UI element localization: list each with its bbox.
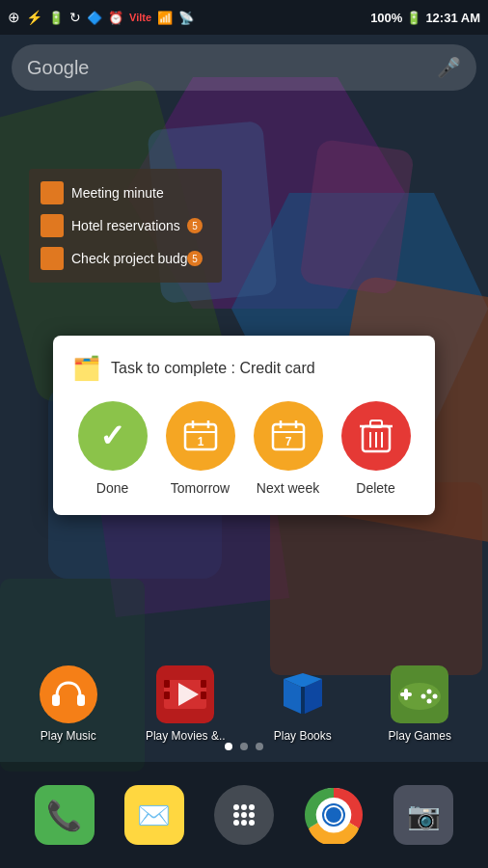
- note-folder-icon-2: [41, 214, 64, 237]
- dock-apps[interactable]: [214, 785, 274, 845]
- note-item-1: Meeting minute: [41, 176, 210, 209]
- battery-icon: 🔋: [406, 11, 421, 25]
- usb-icon: ⚡: [26, 10, 42, 25]
- svg-point-48: [249, 804, 255, 810]
- play-music-label: Play Music: [41, 729, 96, 743]
- app-grid: Play Music Play Movies &..: [0, 665, 488, 743]
- app-play-music[interactable]: Play Music: [25, 665, 112, 743]
- notes-widget: Meeting minute Hotel reservations 5 Chec…: [29, 169, 222, 283]
- tomorrow-button[interactable]: 1: [166, 401, 235, 471]
- bluetooth-icon: 🔷: [87, 11, 102, 25]
- note-label-2: Hotel reservations: [71, 218, 180, 233]
- svg-rect-33: [164, 692, 170, 699]
- next-week-button[interactable]: 7: [254, 401, 323, 471]
- note-folder-icon-1: [41, 181, 64, 204]
- time-display: 12:31 AM: [425, 11, 480, 25]
- chrome-icon[interactable]: [304, 785, 364, 845]
- task-popup-icon: 🗂️: [72, 355, 101, 382]
- note-badge-3: 5: [187, 251, 203, 266]
- play-movies-label: Play Movies &..: [146, 729, 226, 743]
- svg-point-46: [233, 804, 239, 810]
- camera-icon[interactable]: 📷: [393, 785, 453, 845]
- apps-grid-icon: [229, 800, 259, 830]
- play-books-icon-container[interactable]: [274, 665, 332, 723]
- checkmark-icon: ✓: [99, 418, 125, 454]
- svg-text:1: 1: [197, 435, 203, 448]
- status-left-icons: ⊕ ⚡ 🔋 ↻ 🔷 ⏰ Vilte 📶 📡: [8, 9, 194, 26]
- email-icon[interactable]: ✉️: [124, 785, 184, 845]
- dot-2: [240, 743, 248, 750]
- svg-point-51: [249, 812, 255, 818]
- task-action-done[interactable]: ✓ Done: [78, 401, 148, 496]
- svg-point-54: [249, 820, 255, 826]
- svg-rect-29: [77, 694, 85, 706]
- next-week-calendar-icon: 7: [267, 415, 310, 457]
- play-games-icon: [391, 665, 448, 723]
- status-right-info: 100% 🔋 12:31 AM: [370, 11, 480, 25]
- play-movies-icon: [156, 665, 214, 723]
- svg-rect-35: [201, 692, 206, 699]
- battery-percent: 100%: [370, 11, 402, 25]
- note-item-2: Hotel reservations 5: [41, 209, 210, 242]
- play-books-label: Play Books: [274, 729, 332, 743]
- play-games-icon-container[interactable]: [391, 665, 448, 723]
- bottom-dock: 📞 ✉️: [0, 762, 488, 868]
- task-popup-header: 🗂️ Task to complete : Credit card: [72, 355, 416, 382]
- page-dots: [0, 743, 488, 750]
- mic-icon[interactable]: 🎤: [437, 56, 461, 79]
- svg-point-27: [40, 665, 97, 723]
- task-actions-container: ✓ Done 1 Tomorrow: [72, 401, 416, 496]
- app-play-books[interactable]: Play Books: [259, 665, 346, 743]
- svg-point-58: [326, 807, 341, 823]
- dock-email[interactable]: ✉️: [124, 785, 184, 845]
- svg-point-50: [241, 812, 247, 818]
- svg-point-52: [233, 820, 239, 826]
- svg-rect-34: [201, 680, 206, 688]
- svg-point-45: [421, 694, 426, 699]
- battery-charging-icon: 🔋: [48, 11, 64, 25]
- play-music-icon-container[interactable]: [40, 665, 97, 723]
- app-play-games[interactable]: Play Games: [376, 665, 463, 743]
- svg-point-49: [233, 812, 239, 818]
- play-movies-icon-container[interactable]: [156, 665, 214, 723]
- phone-icon[interactable]: 📞: [35, 785, 95, 845]
- svg-point-53: [241, 820, 247, 826]
- done-button[interactable]: ✓: [78, 401, 148, 471]
- dot-3: [256, 743, 263, 750]
- tomorrow-label: Tomorrow: [171, 480, 230, 496]
- wifi-icon: 📶: [157, 11, 173, 25]
- note-label-3: Check project budget: [71, 251, 199, 266]
- trash-icon: [359, 417, 393, 455]
- task-action-delete[interactable]: Delete: [341, 401, 411, 496]
- app-play-movies[interactable]: Play Movies &..: [142, 665, 229, 743]
- task-action-tomorrow[interactable]: 1 Tomorrow: [166, 401, 235, 496]
- signal-icon: 📡: [178, 11, 194, 25]
- dock-phone[interactable]: 📞: [35, 785, 95, 845]
- task-popup: 🗂️ Task to complete : Credit card ✓ Done…: [53, 336, 435, 515]
- delete-button[interactable]: [341, 401, 411, 471]
- note-item-3: Check project budget 5: [41, 242, 210, 275]
- done-label: Done: [96, 480, 128, 496]
- apps-icon[interactable]: [214, 785, 274, 845]
- chrome-logo: [305, 786, 363, 844]
- svg-point-42: [427, 690, 432, 694]
- volte-icon: Vilte: [129, 12, 151, 23]
- play-music-icon: [40, 665, 97, 723]
- svg-rect-10: [299, 139, 415, 295]
- svg-point-47: [241, 804, 247, 810]
- note-folder-icon-3: [41, 247, 64, 270]
- google-logo: Google: [27, 57, 90, 79]
- delete-label: Delete: [356, 480, 394, 496]
- svg-point-43: [433, 694, 438, 699]
- dock-chrome[interactable]: [304, 785, 364, 845]
- svg-rect-28: [52, 694, 60, 706]
- google-search-bar[interactable]: Google 🎤: [12, 44, 476, 91]
- note-label-1: Meeting minute: [71, 185, 164, 201]
- dock-camera[interactable]: 📷: [393, 785, 453, 845]
- svg-text:7: 7: [285, 435, 291, 448]
- tomorrow-calendar-icon: 1: [179, 415, 222, 457]
- task-action-next-week[interactable]: 7 Next week: [254, 401, 323, 496]
- refresh-icon: ↻: [69, 10, 81, 25]
- note-badge-2: 5: [187, 218, 203, 233]
- task-popup-title: Task to complete : Credit card: [111, 360, 315, 377]
